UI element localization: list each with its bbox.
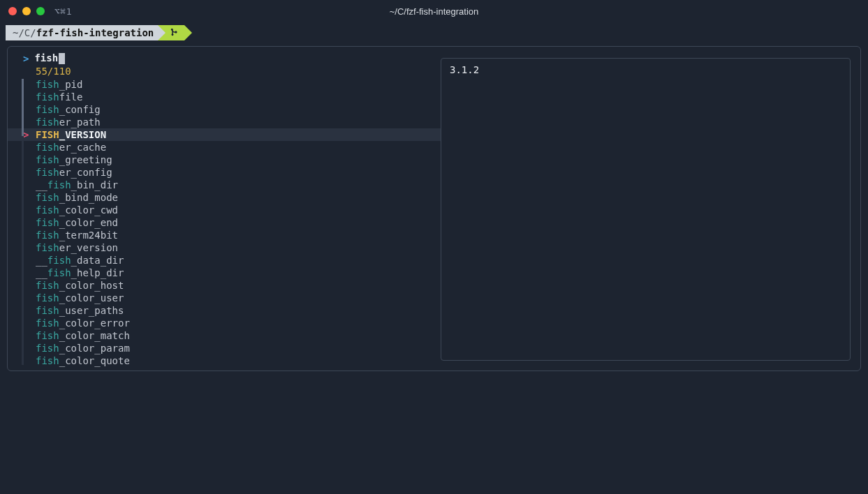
minimize-window-button[interactable] [22,7,31,15]
result-text: fish_bind_mode [36,191,118,204]
scrollbar-track[interactable] [22,136,24,365]
preview-content: 3.1.2 [450,64,841,75]
fzf-result-row[interactable]: fish_color_cwd [8,204,441,216]
fzf-result-row[interactable]: __fish_bin_dir [8,179,441,191]
fzf-result-row[interactable]: fisher_path [8,116,441,128]
fzf-query-input[interactable]: fish [34,52,65,64]
fzf-list-pane[interactable]: > fish 55/110 fish_pidfishfilefish_confi… [8,47,441,370]
prompt-path-prefix: ~/C/ [13,27,36,38]
window-controls [8,7,45,15]
result-text: fish_pid [36,78,82,91]
result-text: fish_color_quote [36,354,130,367]
result-text: fish_color_host [36,279,124,292]
fzf-result-row[interactable]: fish_bind_mode [8,191,441,204]
fzf-result-row[interactable]: fish_color_param [8,342,441,354]
result-text: fish_term24bit [36,229,118,241]
git-branch-icon [170,27,179,38]
fzf-prompt-symbol: > [23,53,29,64]
fzf-match-count: 55/110 [8,66,441,77]
result-text: FISH_VERSION [36,128,106,141]
fzf-result-row[interactable]: fisher_version [8,241,441,254]
result-text: fish_color_error [36,317,130,329]
row-pointer-icon: > [23,128,36,141]
fzf-container: > fish 55/110 fish_pidfishfilefish_confi… [7,46,861,371]
fzf-result-row[interactable]: fish_user_paths [8,304,441,317]
fzf-query-row: > fish [8,52,441,64]
text-cursor [59,53,65,64]
result-text: fisher_version [36,241,118,254]
fzf-preview-pane: 3.1.2 [441,58,851,361]
scrollbar-thumb[interactable] [22,79,24,136]
close-window-button[interactable] [8,7,17,15]
fzf-results-list[interactable]: fish_pidfishfilefish_configfisher_path>F… [8,78,441,367]
fzf-result-row[interactable]: __fish_data_dir [8,254,441,267]
fzf-result-row[interactable]: fish_color_error [8,317,441,329]
fzf-result-row[interactable]: fisher_cache [8,141,441,154]
prompt-cwd: fzf-fish-integration [36,27,154,38]
fzf-result-row[interactable]: fish_term24bit [8,229,441,241]
window-title: ~/C/fzf-fish-integration [390,6,479,17]
fzf-result-row[interactable]: fishfile [8,91,441,103]
result-text: fishfile [36,91,82,103]
result-text: fish_config [36,103,101,116]
keyboard-shortcut-badge: ⌥⌘1 [54,6,72,17]
result-text: fisher_cache [36,141,106,154]
result-text: fisher_config [36,166,112,179]
result-text: fish_color_cwd [36,204,118,216]
result-text: __fish_help_dir [36,267,124,279]
result-text: fisher_path [36,116,101,128]
fzf-result-row[interactable]: fish_color_host [8,279,441,292]
titlebar: ⌥⌘1 ~/C/fzf-fish-integration [0,0,868,22]
shell-prompt: ~/C/fzf-fish-integration [6,25,862,40]
result-text: fish_color_param [36,342,130,354]
fzf-result-row[interactable]: fish_color_end [8,216,441,229]
fzf-result-row[interactable]: fish_config [8,103,441,116]
result-text: __fish_data_dir [36,254,124,267]
result-text: __fish_bin_dir [36,179,118,191]
fzf-result-row[interactable]: fish_color_quote [8,354,441,367]
fzf-result-row[interactable]: fish_greeting [8,154,441,166]
result-text: fish_color_end [36,216,118,229]
result-text: fish_greeting [36,154,112,166]
fzf-result-row[interactable]: __fish_help_dir [8,267,441,279]
result-text: fish_user_paths [36,304,124,317]
fzf-result-row[interactable]: fisher_config [8,166,441,179]
zoom-window-button[interactable] [36,7,45,15]
fzf-result-row[interactable]: fish_color_user [8,292,441,304]
fzf-result-row[interactable]: fish_pid [8,78,441,91]
result-text: fish_color_user [36,292,124,304]
fzf-result-row[interactable]: >FISH_VERSION [8,128,441,141]
prompt-path-segment: ~/C/fzf-fish-integration [6,25,158,40]
result-text: fish_color_match [36,329,130,342]
fzf-result-row[interactable]: fish_color_match [8,329,441,342]
